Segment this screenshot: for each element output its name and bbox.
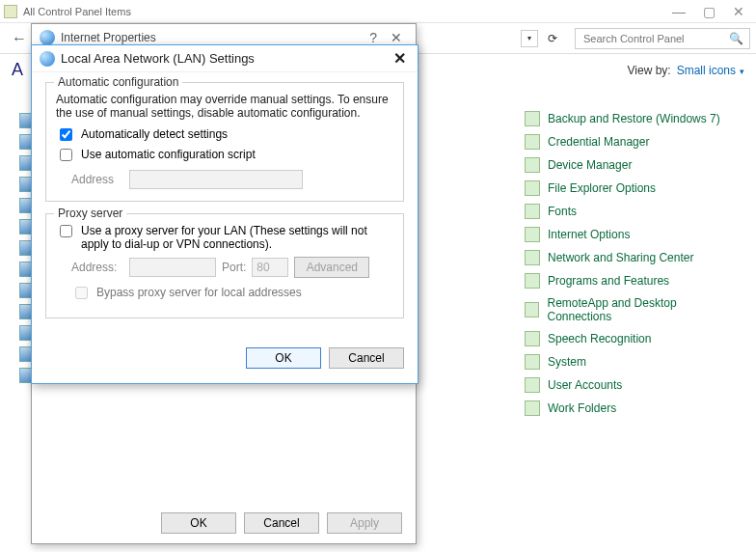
cp-item-label: Internet Options (548, 228, 630, 241)
cp-item-label: Network and Sharing Center (548, 251, 693, 264)
auto-detect-row: Automatically detect settings (56, 127, 393, 144)
programs-icon (525, 273, 540, 289)
auto-desc: Automatic configuration may override man… (56, 93, 393, 120)
cp-titlebar: All Control Panel Items — ▢ ✕ (0, 0, 756, 23)
auto-script-address-row: Address (71, 170, 393, 189)
remoteapp-icon (525, 302, 539, 317)
auto-detect-label: Automatically detect settings (81, 127, 228, 141)
search-input[interactable] (581, 32, 729, 45)
internet-icon (525, 227, 540, 242)
cp-item-backup[interactable]: Backup and Restore (Windows 7) (525, 111, 737, 126)
globe-icon (40, 51, 55, 67)
auto-detect-checkbox[interactable] (60, 128, 72, 141)
automatic-configuration-group: Automatic configuration Automatic config… (45, 82, 404, 202)
back-icon[interactable]: ← (6, 30, 33, 47)
proxy-use-label: Use a proxy server for your LAN (These s… (81, 224, 393, 251)
globe-icon (40, 30, 55, 45)
ip-ok-button[interactable]: OK (161, 512, 236, 534)
close-icon[interactable]: ✕ (385, 30, 408, 45)
cp-item-label: Credential Manager (548, 135, 649, 149)
cp-item-system[interactable]: System (525, 354, 737, 370)
cp-items-column: Backup and Restore (Windows 7) Credentia… (525, 107, 737, 416)
cp-item-label: File Explorer Options (548, 181, 656, 195)
bypass-row: Bypass proxy server for local addresses (71, 286, 393, 302)
cp-item-users[interactable]: User Accounts (525, 377, 737, 393)
bypass-label: Bypass proxy server for local addresses (96, 286, 302, 299)
cp-item-fileexplorer[interactable]: File Explorer Options (525, 180, 737, 196)
close-icon[interactable]: ✕ (390, 49, 410, 68)
lan-ok-button[interactable]: OK (246, 347, 321, 369)
maximize-icon[interactable]: ▢ (703, 4, 716, 19)
lan-cancel-button[interactable]: Cancel (329, 347, 404, 369)
users-icon (525, 377, 540, 393)
ip-apply-button: Apply (327, 512, 402, 534)
bypass-checkbox (75, 287, 88, 299)
cp-item-label: Backup and Restore (Windows 7) (548, 112, 720, 125)
proxy-group-legend: Proxy server (54, 207, 126, 220)
cp-item-network[interactable]: Network and Sharing Center (525, 250, 737, 265)
proxy-address-input (129, 258, 216, 277)
system-icon (525, 354, 540, 370)
cp-item-label: Device Manager (548, 158, 632, 172)
cp-heading-partial: A (12, 60, 23, 80)
ip-button-row: OK Cancel Apply (32, 503, 416, 543)
cp-item-programs[interactable]: Programs and Features (525, 273, 737, 289)
search-icon: 🔍 (729, 32, 743, 45)
cp-item-internet[interactable]: Internet Options (525, 227, 737, 242)
lan-button-row: OK Cancel (32, 340, 418, 380)
auto-script-label: Use automatic configuration script (81, 148, 256, 161)
control-panel-icon (4, 5, 17, 18)
cp-item-label: Speech Recognition (548, 332, 651, 345)
auto-script-address-input (129, 170, 303, 189)
fonts-icon (525, 204, 540, 219)
cp-item-remoteapp[interactable]: RemoteApp and Desktop Connections (525, 296, 737, 323)
cp-item-credential[interactable]: Credential Manager (525, 134, 737, 150)
proxy-port-label: Port: (222, 261, 246, 274)
cp-item-device[interactable]: Device Manager (525, 157, 737, 173)
cp-item-label: Work Folders (548, 401, 616, 415)
view-by-label: View by: (628, 64, 671, 77)
backup-icon (525, 111, 540, 126)
cp-title: All Control Panel Items (23, 6, 131, 17)
view-by-dropdown[interactable]: Small icons (677, 64, 744, 77)
cp-item-label: RemoteApp and Desktop Connections (547, 296, 737, 323)
proxy-use-row: Use a proxy server for your LAN (These s… (56, 224, 393, 251)
proxy-address-label: Address: (71, 261, 123, 274)
address-label: Address (71, 173, 123, 186)
proxy-port-input (252, 258, 288, 277)
lan-settings-dialog: Local Area Network (LAN) Settings ✕ Auto… (31, 44, 418, 384)
proxy-server-group: Proxy server Use a proxy server for your… (45, 213, 404, 318)
auto-script-row: Use automatic configuration script (56, 148, 393, 164)
cp-item-label: Fonts (548, 205, 577, 218)
cp-item-label: User Accounts (548, 378, 622, 392)
lan-dialog-title: Local Area Network (LAN) Settings (61, 51, 255, 66)
cp-item-label: System (548, 355, 586, 369)
search-box[interactable]: 🔍 (575, 28, 750, 49)
lan-titlebar: Local Area Network (LAN) Settings ✕ (32, 45, 418, 72)
cp-item-fonts[interactable]: Fonts (525, 204, 737, 219)
cp-item-label: Programs and Features (548, 274, 669, 288)
auto-script-checkbox[interactable] (60, 149, 72, 161)
network-icon (525, 250, 540, 265)
minimize-icon[interactable]: — (672, 4, 686, 19)
close-icon[interactable]: ✕ (733, 4, 744, 19)
mic-icon (525, 331, 540, 346)
help-icon[interactable]: ? (362, 30, 385, 45)
ip-cancel-button[interactable]: Cancel (244, 512, 319, 534)
ip-title: Internet Properties (61, 31, 156, 44)
cp-item-speech[interactable]: Speech Recognition (525, 331, 737, 346)
lan-body: Automatic configuration Automatic config… (32, 72, 418, 340)
auto-group-legend: Automatic configuration (54, 75, 182, 89)
folder-icon (525, 180, 540, 196)
proxy-use-checkbox[interactable] (60, 225, 72, 237)
device-icon (525, 157, 540, 173)
credential-icon (525, 134, 540, 150)
folder-icon (525, 400, 540, 416)
cp-item-workfolders[interactable]: Work Folders (525, 400, 737, 416)
refresh-icon[interactable]: ⟳ (544, 30, 561, 47)
proxy-address-row: Address: Port: Advanced (71, 257, 393, 278)
advanced-button: Advanced (294, 257, 369, 278)
location-dropdown-icon[interactable]: ▾ (521, 30, 538, 47)
